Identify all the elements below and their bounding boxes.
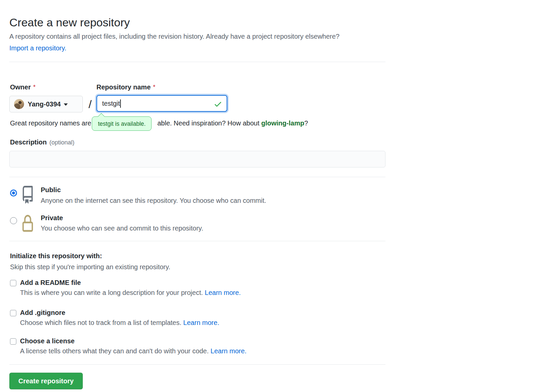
hint-prefix: Great repository names are (10, 119, 91, 127)
divider (9, 364, 385, 365)
public-label: Public (41, 186, 61, 193)
suggested-name: glowing-lamp (261, 119, 304, 127)
import-repository-link[interactable]: Import a repository. (9, 44, 66, 52)
private-radio[interactable] (10, 217, 17, 224)
divider (9, 177, 385, 177)
private-label: Private (41, 214, 63, 222)
lock-icon (21, 215, 35, 234)
tooltip-anchor: testgit is available. (91, 119, 157, 127)
initialize-note: Skip this step if you're importing an ex… (10, 263, 170, 271)
repository-name-label: Repository name* (96, 83, 156, 91)
create-repository-button[interactable]: Create repository (9, 373, 83, 389)
chevron-down-icon (64, 103, 68, 106)
readme-description: This is where you can write a long descr… (20, 289, 241, 296)
gitignore-label: Add .gitignore (20, 309, 65, 316)
hint-suffix: able. Need inspiration? How about glowin… (157, 119, 308, 127)
gitignore-learn-more-link[interactable]: Learn more. (183, 319, 219, 326)
license-description: A license tells others what they can and… (20, 347, 247, 355)
repo-icon (21, 186, 34, 205)
required-asterisk: * (153, 83, 155, 90)
readme-learn-more-link[interactable]: Learn more. (205, 289, 241, 296)
description-input[interactable] (9, 151, 385, 167)
optional-note: (optional) (49, 139, 74, 146)
owner-name: Yang-0394 (28, 100, 61, 108)
divider (9, 241, 385, 241)
gitignore-checkbox[interactable] (10, 310, 16, 316)
public-radio[interactable] (10, 189, 17, 197)
availability-tooltip: testgit is available. (92, 116, 152, 131)
create-repository-page: Create a new repository A repository con… (0, 0, 537, 392)
readme-label: Add a README file (20, 279, 81, 286)
repository-name-input[interactable]: testgit (96, 95, 227, 112)
divider (9, 62, 385, 62)
required-asterisk: * (33, 83, 35, 90)
initialize-heading: Initialize this repository with: (10, 252, 102, 260)
owner-repo-separator: / (84, 96, 96, 112)
gitignore-description: Choose which files not to track from a l… (20, 319, 219, 326)
license-checkbox[interactable] (10, 338, 16, 345)
private-description: You choose who can see and commit to thi… (41, 225, 203, 232)
repository-name-value: testgit (102, 100, 120, 107)
description-label: Description(optional) (10, 138, 74, 146)
page-title: Create a new repository (9, 16, 130, 29)
readme-checkbox[interactable] (10, 280, 16, 286)
owner-select-button[interactable]: Yang-0394 (9, 96, 83, 112)
repository-name-hint: Great repository names are testgit is av… (10, 119, 308, 127)
owner-avatar (14, 99, 24, 109)
page-subtitle: A repository contains all project files,… (9, 32, 385, 41)
check-icon (214, 100, 222, 110)
license-label: Choose a license (20, 337, 74, 345)
public-description: Anyone on the internet can see this repo… (41, 197, 266, 204)
owner-label: Owner* (10, 83, 36, 91)
text-cursor (120, 99, 121, 108)
license-learn-more-link[interactable]: Learn more. (211, 347, 247, 355)
